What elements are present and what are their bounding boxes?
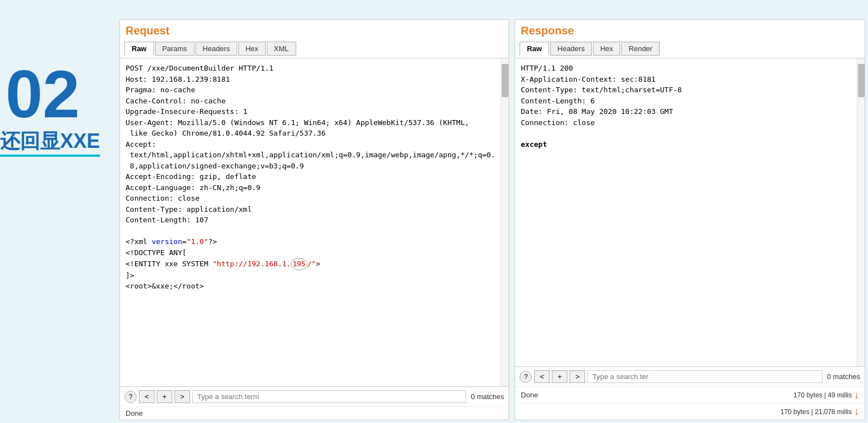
response-content: HTTP/1.1 200 X-Application-Context: sec:… bbox=[515, 58, 857, 366]
response-bytes-info2: 170 bytes | 21,078 millis ↓ bbox=[780, 406, 859, 417]
bytes-count: 170 bytes | 49 millis bbox=[794, 391, 852, 399]
response-scrollbar-thumb bbox=[858, 64, 865, 97]
request-content-wrapper: POST /xxe/DocumentBuilder HTTP/1.1 Host:… bbox=[120, 58, 508, 386]
request-tabs-bar: Raw Params Headers Hex XML bbox=[120, 39, 508, 58]
arrow-down-icon2: ↓ bbox=[854, 406, 859, 417]
response-search-input[interactable] bbox=[587, 370, 822, 383]
request-plus-button[interactable]: + bbox=[157, 390, 172, 403]
underline-decoration bbox=[0, 155, 100, 157]
request-matches-count: 0 matches bbox=[471, 392, 504, 401]
request-scrollbar-thumb bbox=[502, 64, 508, 97]
panels-container: Request Raw Params Headers Hex XML POST … bbox=[117, 17, 868, 423]
decorative-number: 02 bbox=[6, 56, 79, 132]
tab-hex-request[interactable]: Hex bbox=[238, 42, 266, 56]
tab-raw-response[interactable]: Raw bbox=[520, 42, 549, 56]
response-bytes-info: 170 bytes | 49 millis ↓ bbox=[794, 389, 859, 401]
request-search-input[interactable] bbox=[192, 390, 466, 403]
response-scrollbar[interactable] bbox=[857, 58, 865, 366]
request-body: POST /xxe/DocumentBuilder HTTP/1.1 Host:… bbox=[126, 63, 495, 292]
response-panel: Response Raw Headers Hex Render HTTP/1.1… bbox=[515, 19, 865, 420]
tab-headers-request[interactable]: Headers bbox=[196, 42, 237, 56]
tab-xml-request[interactable]: XML bbox=[267, 42, 296, 56]
response-title: Response bbox=[515, 20, 865, 39]
tab-params-request[interactable]: Params bbox=[155, 42, 194, 56]
request-search-bar: ? < + > 0 matches bbox=[120, 386, 508, 406]
tab-render-response[interactable]: Render bbox=[621, 42, 660, 56]
response-plus-button[interactable]: + bbox=[552, 370, 567, 383]
response-content-wrapper: HTTP/1.1 200 X-Application-Context: sec:… bbox=[515, 58, 865, 366]
response-help-button[interactable]: ? bbox=[520, 371, 532, 383]
arrow-down-icon: ↓ bbox=[854, 389, 859, 401]
response-search-bar: ? < + > 0 matches bbox=[515, 366, 865, 386]
response-status: Done bbox=[521, 391, 538, 399]
request-status: Done bbox=[126, 409, 143, 417]
response-tabs-bar: Raw Headers Hex Render bbox=[515, 39, 865, 58]
request-title: Request bbox=[120, 20, 508, 39]
request-next-button[interactable]: > bbox=[174, 390, 190, 403]
response-status-bar2: 170 bytes | 21,078 millis ↓ bbox=[515, 403, 865, 420]
request-help-button[interactable]: ? bbox=[124, 391, 137, 403]
response-body: HTTP/1.1 200 X-Application-Context: sec:… bbox=[521, 63, 851, 150]
tab-headers-response[interactable]: Headers bbox=[550, 42, 592, 56]
request-content: POST /xxe/DocumentBuilder HTTP/1.1 Host:… bbox=[120, 58, 501, 386]
response-status-bar: Done 170 bytes | 49 millis ↓ bbox=[515, 386, 865, 403]
tab-raw-request[interactable]: Raw bbox=[124, 42, 154, 56]
chinese-label: 还回显XXE bbox=[0, 128, 100, 155]
request-status-bar: Done bbox=[120, 406, 508, 420]
tab-hex-response[interactable]: Hex bbox=[593, 42, 620, 56]
request-panel: Request Raw Params Headers Hex XML POST … bbox=[119, 19, 509, 420]
bytes-count2: 170 bytes | 21,078 millis bbox=[780, 408, 852, 416]
response-prev-button[interactable]: < bbox=[534, 370, 550, 383]
request-scrollbar[interactable] bbox=[501, 58, 508, 386]
response-next-button[interactable]: > bbox=[570, 370, 585, 383]
response-matches-count: 0 matches bbox=[827, 372, 860, 381]
request-prev-button[interactable]: < bbox=[139, 390, 154, 403]
